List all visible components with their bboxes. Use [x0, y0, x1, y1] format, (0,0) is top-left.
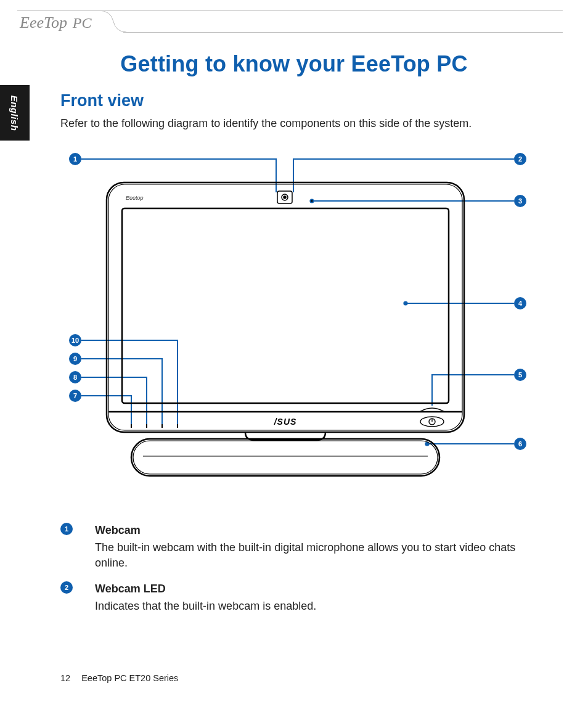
description-body: The built-in webcam with the built-in di…: [95, 540, 529, 570]
header-rule-main: [123, 32, 563, 33]
svg-rect-18: [131, 439, 439, 476]
description-title: Webcam: [95, 523, 529, 538]
header-logo-suffix: PC: [73, 15, 92, 31]
header-logo: EeeTop PC: [20, 14, 91, 32]
svg-point-9: [284, 196, 286, 198]
callout-1: 1: [69, 153, 81, 165]
callout-4: 4: [514, 297, 526, 309]
page-title: Getting to know your EeeTop PC: [0, 51, 588, 77]
svg-rect-19: [133, 441, 438, 474]
svg-rect-3: [107, 182, 464, 432]
callout-2: 2: [514, 153, 526, 165]
callout-6: 6: [514, 438, 526, 450]
language-tab-label: English: [10, 95, 20, 131]
callout-9: 9: [69, 353, 81, 365]
device-illustration: Eeetop /SUS: [60, 148, 529, 499]
callout-3: 3: [514, 195, 526, 207]
language-tab: English: [0, 85, 30, 141]
page-number: 12: [60, 673, 70, 683]
front-view-diagram: 1 2 3 4 5 6 7 8 9 10: [60, 148, 529, 499]
callout-8: 8: [69, 371, 81, 383]
callout-5: 5: [514, 369, 526, 381]
description-bullet-2: 2: [60, 581, 73, 594]
svg-point-10: [311, 200, 313, 202]
description-item: 2 Webcam LED Indicates that the built-in…: [60, 581, 529, 614]
intro-text: Refer to the following diagram to identi…: [60, 117, 472, 130]
description-title: Webcam LED: [95, 581, 316, 596]
description-text: Webcam LED Indicates that the built-in w…: [95, 581, 316, 614]
device-small-logo: Eeetop: [126, 195, 144, 201]
description-body: Indicates that the built-in webcam is en…: [95, 599, 316, 613]
page-footer: 12 EeeTop PC ET20 Series: [60, 673, 178, 683]
manual-page: English EeeTop PC Getting to know your E…: [0, 0, 588, 712]
callout-10: 10: [69, 334, 81, 346]
svg-rect-5: [122, 208, 449, 403]
description-bullet-1: 1: [60, 523, 73, 535]
header-curve: [99, 10, 126, 33]
description-item: 1 Webcam The built-in webcam with the bu…: [60, 523, 529, 570]
footer-product: EeeTop PC ET20 Series: [81, 673, 178, 683]
header-logo-brand: EeeTop: [20, 14, 67, 31]
svg-point-0: [404, 301, 407, 305]
device-brand: /SUS: [274, 417, 297, 427]
section-subtitle: Front view: [60, 91, 144, 110]
component-descriptions: 1 Webcam The built-in webcam with the bu…: [60, 523, 529, 624]
callout-7: 7: [69, 390, 81, 402]
description-text: Webcam The built-in webcam with the buil…: [95, 523, 529, 570]
